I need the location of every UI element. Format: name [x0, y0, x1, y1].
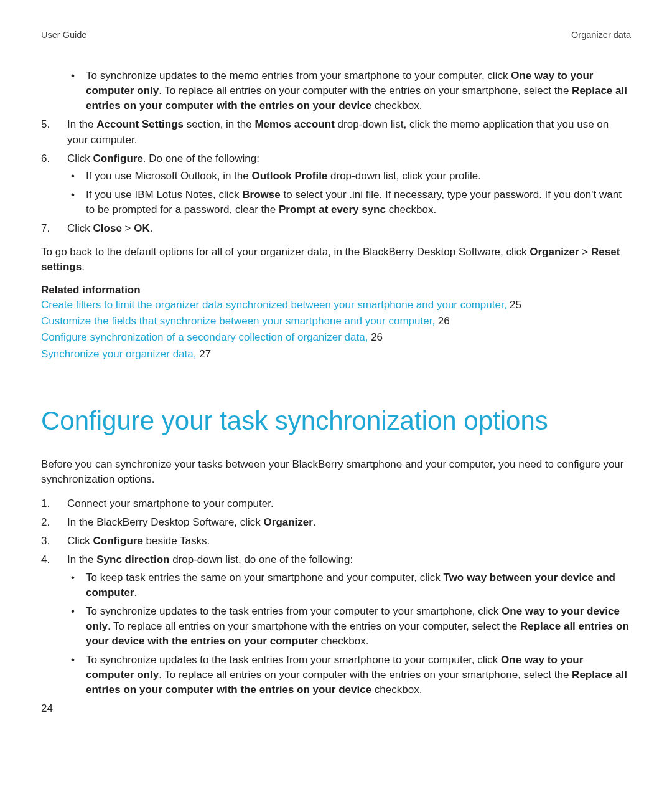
related-information-heading: Related information [41, 284, 631, 296]
related-link-1-text[interactable]: Create filters to limit the organizer da… [41, 299, 506, 311]
task-intro: Before you can synchronize your tasks be… [41, 457, 631, 486]
page-header: User Guide Organizer data [41, 30, 631, 40]
task-step-3: Click Configure beside Tasks. [41, 534, 631, 549]
header-left: User Guide [41, 30, 86, 40]
related-link-2-text[interactable]: Customize the fields that synchronize be… [41, 315, 435, 327]
related-link-2: Customize the fields that synchronize be… [41, 314, 631, 329]
related-link-3: Configure synchronization of a secondary… [41, 330, 631, 345]
task-step-2: In the BlackBerry Desktop Software, clic… [41, 515, 631, 530]
related-link-3-text[interactable]: Configure synchronization of a secondary… [41, 331, 368, 343]
memo-bullet-oneway-computer: To synchronize updates to the memo entri… [41, 68, 631, 113]
related-link-1: Create filters to limit the organizer da… [41, 298, 631, 313]
header-right: Organizer data [571, 30, 631, 40]
task-steps: Connect your smartphone to your computer… [41, 496, 631, 698]
memo-step-6-bullets: If you use Microsoft Outlook, in the Out… [41, 169, 631, 217]
page-number: 24 [41, 702, 53, 715]
memo-default-options-para: To go back to the default options for al… [41, 245, 631, 274]
task-step-4: In the Sync direction drop-down list, do… [41, 552, 631, 697]
page-container: User Guide Organizer data To synchronize… [0, 0, 672, 807]
memo-steps: In the Account Settings section, in the … [41, 117, 631, 236]
task-step-4-bullets: To keep task entries the same on your sm… [41, 570, 631, 698]
related-link-4: Synchronize your organizer data, 27 [41, 347, 631, 362]
memo-step-6: Click Configure. Do one of the following… [41, 151, 631, 218]
task-step-4-bullet-twoway: To keep task entries the same on your sm… [41, 570, 631, 600]
memo-step-7: Click Close > OK. [41, 221, 631, 236]
task-step-1: Connect your smartphone to your computer… [41, 496, 631, 511]
memo-step-6-bullet-outlook: If you use Microsoft Outlook, in the Out… [41, 169, 631, 184]
task-step-4-bullet-oneway-computer: To synchronize updates to the task entri… [41, 653, 631, 697]
task-section-title: Configure your task synchronization opti… [41, 405, 631, 437]
memo-step-6-bullet-lotus: If you use IBM Lotus Notes, click Browse… [41, 187, 631, 217]
memo-step-5: In the Account Settings section, in the … [41, 117, 631, 147]
task-step-4-bullet-oneway-device: To synchronize updates to the task entri… [41, 604, 631, 649]
related-link-4-text[interactable]: Synchronize your organizer data, [41, 348, 196, 360]
memo-bullets-continued: To synchronize updates to the memo entri… [41, 68, 631, 113]
